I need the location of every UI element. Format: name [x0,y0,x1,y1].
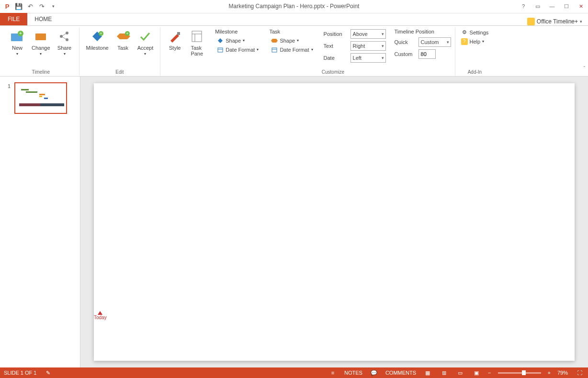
date-select[interactable]: Left [351,53,386,63]
close-icon[interactable]: ✕ [574,1,588,11]
notes-button[interactable]: NOTES [344,370,362,376]
fit-to-window-icon[interactable]: ⛶ [575,370,584,376]
svg-rect-30 [39,96,42,97]
normal-view-icon[interactable]: ▦ [423,370,432,376]
spellcheck-icon[interactable]: ✎ [43,370,53,376]
svg-point-5 [66,32,68,34]
thumbnail-panel: 1 [0,77,80,367]
zoom-in-icon[interactable]: + [548,370,551,376]
task-pane-button[interactable]: Task Pane [186,28,207,57]
qat-dropdown-icon[interactable]: ▾ [48,1,58,11]
zoom-level[interactable]: 79% [557,370,568,376]
svg-line-8 [62,37,66,39]
file-tab[interactable]: FILE [0,13,27,25]
slideshow-view-icon[interactable]: ▣ [472,370,481,376]
maximize-icon[interactable]: ☐ [559,1,574,11]
comments-button[interactable]: COMMENTS [385,370,416,376]
group-edit: + Milestone + Task Accept▾ Edit [79,28,161,76]
help-icon[interactable]: ? [516,1,531,11]
group-customize: Milestone Shape▾ Date Format▾ Task Shape… [211,28,455,76]
svg-rect-23 [272,48,277,52]
ribbon-tabs: FILE HOME Office Timeline+ ▾ [0,13,588,26]
quick-select[interactable]: Custom [418,37,451,47]
group-timeline: + New▾ Change▾ Share▾ Timeline [3,28,79,76]
svg-rect-29 [39,94,45,95]
title-bar: P 💾 ↶ ↷ ▾ Marketing Campaign Plan - Hero… [0,0,588,13]
save-icon[interactable]: 💾 [13,1,24,11]
task-button[interactable]: + Task [113,28,134,52]
svg-rect-27 [21,89,29,90]
comments-icon[interactable]: 💬 [369,370,379,376]
minimize-icon[interactable]: — [545,1,559,11]
slide-canvas[interactable]: Today [94,83,575,361]
svg-point-4 [60,35,63,38]
group-addin: ⚙Settings ?Help▾ Add-In [455,28,495,76]
today-label: Today [94,315,107,320]
slide-thumbnail-1[interactable]: 1 [14,82,67,114]
status-bar: SLIDE 1 OF 1 ✎ ≡ NOTES 💬 COMMENTS ▦ ⊞ ▭ … [0,367,588,378]
style-button[interactable]: Style [164,28,185,52]
notes-icon[interactable]: ≡ [328,370,338,376]
office-timeline-icon [527,18,535,25]
slide-counter: SLIDE 1 OF 1 [4,370,36,376]
task-dateformat-button[interactable]: Date Format▾ [269,46,315,54]
today-marker-icon [98,311,102,315]
help-button[interactable]: ?Help▾ [459,38,491,45]
svg-marker-19 [218,38,223,43]
position-select[interactable]: Above [351,29,386,39]
svg-rect-16 [192,31,202,42]
workspace: 1 Today [0,77,588,367]
ribbon-display-icon[interactable]: ▭ [531,1,545,11]
redo-icon[interactable]: ↷ [36,1,47,11]
svg-line-7 [62,33,66,36]
svg-text:+: + [100,31,102,36]
sorter-view-icon[interactable]: ⊞ [439,370,449,376]
ribbon: + New▾ Change▾ Share▾ Timeline + Miles [0,26,588,77]
reading-view-icon[interactable]: ▭ [455,370,465,376]
svg-text:+: + [126,31,128,36]
milestone-dateformat-button[interactable]: Date Format▾ [215,46,260,54]
window-title: Marketing Campaign Plan - Hero.pptx - Po… [0,3,588,10]
tab-home[interactable]: HOME [27,13,59,25]
settings-button[interactable]: ⚙Settings [459,29,491,36]
change-button[interactable]: Change▾ [29,28,53,57]
milestone-column: Milestone Shape▾ Date Format▾ [215,28,260,54]
svg-rect-15 [177,32,180,35]
svg-marker-22 [271,39,278,43]
task-shape-button[interactable]: Shape▾ [269,37,315,44]
zoom-out-icon[interactable]: − [488,370,491,376]
svg-rect-31 [44,98,48,99]
undo-icon[interactable]: ↶ [25,1,35,11]
custom-input[interactable] [418,49,436,59]
group-style: Style Task Pane [160,28,211,76]
right-label[interactable]: Office Timeline+ [537,18,578,25]
task-column: Task Shape▾ Date Format▾ [269,28,315,54]
position-column: PositionAbove TextRight DateLeft [324,28,386,63]
text-select[interactable]: Right [351,41,386,51]
powerpoint-icon: P [2,1,12,11]
chevron-down-icon[interactable]: ▾ [580,19,582,24]
share-button[interactable]: Share▾ [54,28,75,57]
collapse-ribbon-icon[interactable]: ˆ [584,66,585,71]
new-button[interactable]: + New▾ [7,28,28,57]
zoom-slider[interactable] [498,372,541,374]
timeline-position-column: Timeline Position QuickCustom Custom [395,28,451,59]
svg-rect-26 [40,103,64,106]
milestone-button[interactable]: + Milestone [83,28,112,52]
svg-rect-3 [35,33,46,40]
svg-text:+: + [19,31,22,36]
svg-rect-28 [26,91,37,93]
accept-button[interactable]: Accept▾ [135,28,157,57]
svg-rect-20 [218,48,223,52]
milestone-shape-button[interactable]: Shape▾ [215,37,260,44]
svg-point-6 [66,38,68,41]
